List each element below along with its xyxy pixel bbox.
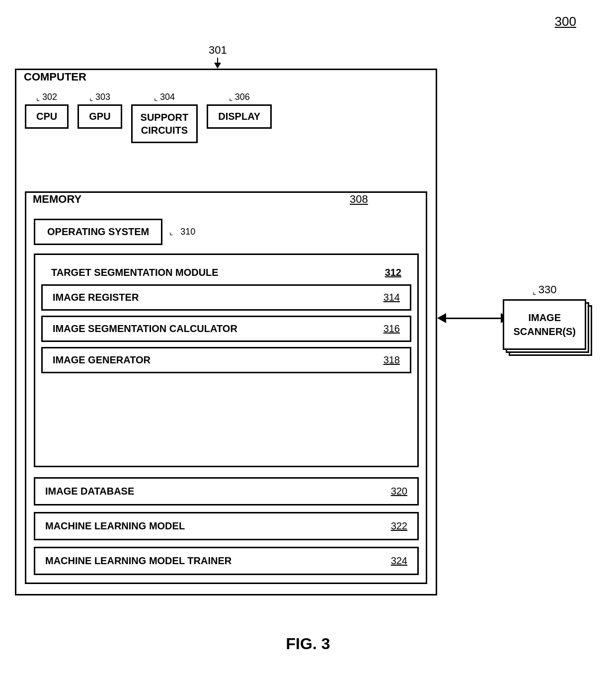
image-register-ref: 314 — [384, 292, 400, 303]
ml-model-label: MACHINE LEARNING MODEL — [45, 520, 185, 532]
image-database-label: IMAGE DATABASE — [45, 486, 134, 497]
top-components-row: ⌞ 302 CPU ⌞ 303 GPU ⌞ 304 SUPPORTCIRCUIT… — [25, 92, 272, 143]
image-database-ref: 320 — [391, 486, 407, 497]
arrow-head-left — [437, 313, 446, 323]
os-ref: 310 — [180, 227, 195, 237]
ml-model-ref: 322 — [391, 520, 407, 532]
gpu-box: GPU — [77, 104, 122, 129]
display-box: DISPLAY — [207, 104, 272, 129]
image-generator-label: IMAGE GENERATOR — [53, 354, 151, 366]
ml-model-module: MACHINE LEARNING MODEL 322 — [34, 512, 419, 540]
os-box: OPERATING SYSTEM — [34, 219, 162, 245]
display-ref: 306 — [235, 92, 250, 102]
support-circuits-ref: 304 — [160, 92, 175, 102]
os-wrapper: OPERATING SYSTEM ⌞ 310 — [34, 219, 195, 245]
cpu-ref: 302 — [42, 92, 57, 102]
image-seg-calc-label: IMAGE SEGMENTATION CALCULATOR — [53, 323, 237, 335]
display-wrapper: ⌞ 306 DISPLAY — [207, 92, 272, 129]
ref-300-label: 300 — [555, 14, 576, 29]
scanner-box: IMAGESCANNER(S) — [503, 299, 586, 350]
support-circuits-box: SUPPORTCIRCUITS — [131, 104, 198, 143]
figure-caption: FIG. 3 — [286, 635, 330, 653]
tsm-header: TARGET SEGMENTATION MODULE 312 — [41, 261, 411, 284]
cpu-wrapper: ⌞ 302 CPU — [25, 92, 69, 129]
support-circuits-wrapper: ⌞ 304 SUPPORTCIRCUITS — [131, 92, 198, 143]
scanner-ref: 330 — [539, 283, 557, 296]
gpu-wrapper: ⌞ 303 GPU — [77, 92, 122, 129]
ref-301-label: 301 — [209, 44, 227, 57]
image-generator-ref: 318 — [384, 354, 400, 366]
tsm-outer-box: TARGET SEGMENTATION MODULE 312 IMAGE REG… — [34, 253, 419, 467]
ml-trainer-label: MACHINE LEARNING MODEL TRAINER — [45, 555, 231, 567]
ml-trainer-module: MACHINE LEARNING MODEL TRAINER 324 — [34, 547, 419, 575]
tsm-ref: 312 — [385, 267, 401, 278]
image-seg-calc-module: IMAGE SEGMENTATION CALCULATOR 316 — [41, 316, 411, 342]
image-database-module: IMAGE DATABASE 320 — [34, 477, 419, 505]
gpu-ref: 303 — [95, 92, 110, 102]
ml-trainer-ref: 324 — [391, 555, 407, 567]
image-register-label: IMAGE REGISTER — [53, 292, 139, 303]
diagram: 300 301 COMPUTER ⌞ 302 CPU ⌞ 303 GPU — [0, 0, 616, 673]
scanner-wrapper: ⌞ 330 IMAGESCANNER(S) — [503, 283, 586, 350]
image-register-module: IMAGE REGISTER 314 — [41, 284, 411, 311]
image-generator-module: IMAGE GENERATOR 318 — [41, 347, 411, 373]
scanner-stack: IMAGESCANNER(S) — [503, 299, 586, 350]
tsm-label: TARGET SEGMENTATION MODULE — [51, 267, 219, 278]
arrow-line — [446, 318, 501, 319]
image-seg-calc-ref: 316 — [384, 323, 400, 335]
connection-arrow — [437, 313, 510, 323]
cpu-box: CPU — [25, 104, 69, 129]
